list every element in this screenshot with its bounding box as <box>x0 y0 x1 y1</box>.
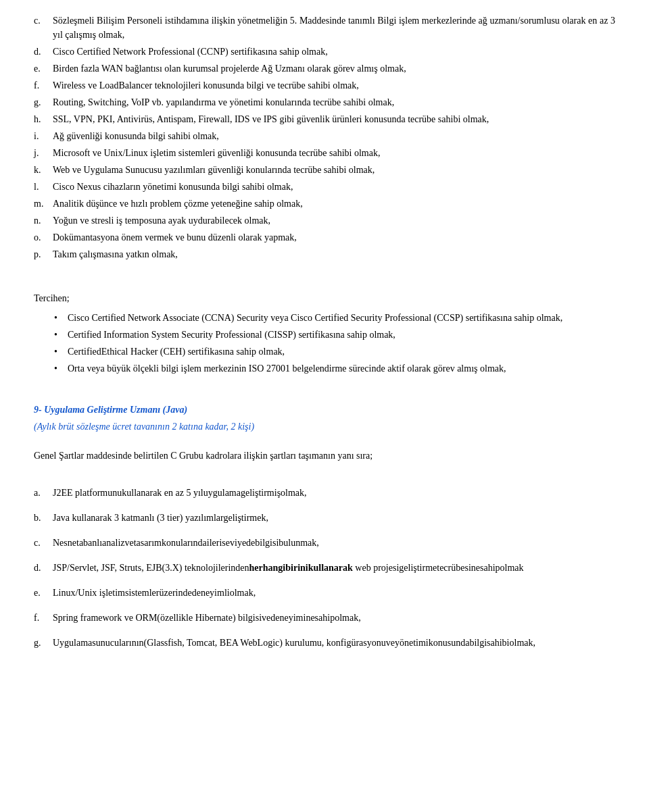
list-label-j: j. <box>34 146 53 160</box>
section9-item-g: g. Uygulamasunucularının(Glassfish, Tomc… <box>34 636 615 650</box>
list-item-o: o. Dokümantasyona önem vermek ve bunu dü… <box>34 230 615 245</box>
list-text-k: Web ve Uygulama Sunucusu yazılımları güv… <box>53 163 615 177</box>
tercihen-bullet-1: • Cisco Certified Network Associate (CCN… <box>54 311 615 325</box>
tercihen-bullet-list: • Cisco Certified Network Associate (CCN… <box>54 311 615 376</box>
list-item-h: h. SSL, VPN, PKI, Antivirüs, Antispam, F… <box>34 112 615 126</box>
list-text-l: Cisco Nexus cihazların yönetimi konusund… <box>53 180 615 194</box>
list-item-l: l. Cisco Nexus cihazların yönetimi konus… <box>34 180 615 194</box>
section9-label-g: g. <box>34 636 53 650</box>
section9-subheading: (Aylık brüt sözleşme ücret tavanının 2 k… <box>34 420 615 434</box>
list-item-n: n. Yoğun ve stresli iş temposuna ayak uy… <box>34 213 615 228</box>
section9-label-d: d. <box>34 561 53 575</box>
tercihen-text-3: CertifiedEthical Hacker (CEH) sertifikas… <box>68 345 615 359</box>
list-text-f: Wireless ve LoadBalancer teknolojileri k… <box>53 78 615 93</box>
tercihen-label: Tercihen; <box>34 291 615 305</box>
section9-general: Genel Şartlar maddesinde belirtilen C Gr… <box>34 449 615 463</box>
section9-label-e: e. <box>34 586 53 600</box>
section9-label-b: b. <box>34 511 53 525</box>
tercihen-bullet-4: • Orta veya büyük ölçekli bilgi işlem me… <box>54 361 615 376</box>
list-label-f: f. <box>34 78 53 93</box>
list-item-p: p. Takım çalışmasına yatkın olmak, <box>34 247 615 261</box>
section9-item-b: b. Java kullanarak 3 katmanlı (3 tier) y… <box>34 511 615 525</box>
tercihen-text-4: Orta veya büyük ölçekli bilgi işlem merk… <box>68 361 615 376</box>
tercihen-bullet-2: • Certified Information System Security … <box>54 328 615 342</box>
requirement-list: c. Sözleşmeli Bilişim Personeli istihdam… <box>34 14 615 261</box>
section9-text-e: Linux/Unix işletimsistemlerüzerindedeney… <box>53 586 615 600</box>
section9-text-g: Uygulamasunucularının(Glassfish, Tomcat,… <box>53 636 615 650</box>
list-item-g: g. Routing, Switching, VoIP vb. yapıland… <box>34 95 615 109</box>
list-text-n: Yoğun ve stresli iş temposuna ayak uydur… <box>53 213 615 228</box>
section9-list: a. J2EE platformunukullanarak en az 5 yı… <box>34 486 615 650</box>
list-label-e: e. <box>34 61 53 76</box>
section9-item-d: d. JSP/Servlet, JSF, Struts, EJB(3.X) te… <box>34 561 615 575</box>
section9-text-b: Java kullanarak 3 katmanlı (3 tier) yazı… <box>53 511 615 525</box>
list-label-p: p. <box>34 247 53 261</box>
section9-label-f: f. <box>34 611 53 625</box>
section9-heading: 9- Uygulama Geliştirme Uzmanı (Java) <box>34 403 615 417</box>
list-label-k: k. <box>34 163 53 177</box>
list-text-h: SSL, VPN, PKI, Antivirüs, Antispam, Fire… <box>53 112 615 126</box>
bullet-dot-1: • <box>54 311 68 325</box>
list-item-c: c. Sözleşmeli Bilişim Personeli istihdam… <box>34 14 615 42</box>
section9-item-c: c. Nesnetabanlıanalizvetasarımkonularınd… <box>34 536 615 550</box>
list-text-c: Sözleşmeli Bilişim Personeli istihdamına… <box>53 14 615 42</box>
list-text-e: Birden fazla WAN bağlantısı olan kurumsa… <box>53 61 615 76</box>
list-item-f: f. Wireless ve LoadBalancer teknolojiler… <box>34 78 615 93</box>
tercihen-text-2: Certified Information System Security Pr… <box>68 328 615 342</box>
section9-text-c: Nesnetabanlıanalizvetasarımkonularındail… <box>53 536 615 550</box>
list-text-i: Ağ güvenliği konusunda bilgi sahibi olma… <box>53 129 615 143</box>
bullet-dot-3: • <box>54 345 68 359</box>
section9-label-a: a. <box>34 486 53 500</box>
list-label-l: l. <box>34 180 53 194</box>
main-content: c. Sözleşmeli Bilişim Personeli istihdam… <box>34 14 615 650</box>
bold-text-d: herhangibirinikullanarak <box>249 563 353 573</box>
list-text-m: Analitik düşünce ve hızlı problem çözme … <box>53 197 615 211</box>
list-text-o: Dokümantasyona önem vermek ve bunu düzen… <box>53 230 615 245</box>
list-item-j: j. Microsoft ve Unix/Linux işletim siste… <box>34 146 615 160</box>
list-item-d: d. Cisco Certified Network Professional … <box>34 45 615 59</box>
list-label-n: n. <box>34 213 53 228</box>
list-label-c: c. <box>34 14 53 42</box>
section9-item-e: e. Linux/Unix işletimsistemlerüzerindede… <box>34 586 615 600</box>
bullet-dot-2: • <box>54 328 68 342</box>
list-text-p: Takım çalışmasına yatkın olmak, <box>53 247 615 261</box>
tercihen-text-1: Cisco Certified Network Associate (CCNA)… <box>68 311 615 325</box>
list-label-m: m. <box>34 197 53 211</box>
section9-text-f: Spring framework ve ORM(özellikle Hibern… <box>53 611 615 625</box>
list-item-i: i. Ağ güvenliği konusunda bilgi sahibi o… <box>34 129 615 143</box>
list-item-k: k. Web ve Uygulama Sunucusu yazılımları … <box>34 163 615 177</box>
list-text-j: Microsoft ve Unix/Linux işletim sistemle… <box>53 146 615 160</box>
tercihen-bullet-3: • CertifiedEthical Hacker (CEH) sertifik… <box>54 345 615 359</box>
section9-item-f: f. Spring framework ve ORM(özellikle Hib… <box>34 611 615 625</box>
list-label-o: o. <box>34 230 53 245</box>
list-text-g: Routing, Switching, VoIP vb. yapılandırm… <box>53 95 615 109</box>
section9-item-a: a. J2EE platformunukullanarak en az 5 yı… <box>34 486 615 500</box>
list-label-d: d. <box>34 45 53 59</box>
list-item-e: e. Birden fazla WAN bağlantısı olan kuru… <box>34 61 615 76</box>
list-label-h: h. <box>34 112 53 126</box>
bullet-dot-4: • <box>54 361 68 376</box>
section9-label-c: c. <box>34 536 53 550</box>
section9-text-a: J2EE platformunukullanarak en az 5 yıluy… <box>53 486 615 500</box>
section9-text-d: JSP/Servlet, JSF, Struts, EJB(3.X) tekno… <box>53 561 615 575</box>
list-text-d: Cisco Certified Network Professional (CC… <box>53 45 615 59</box>
list-label-i: i. <box>34 129 53 143</box>
list-label-g: g. <box>34 95 53 109</box>
list-item-m: m. Analitik düşünce ve hızlı problem çöz… <box>34 197 615 211</box>
